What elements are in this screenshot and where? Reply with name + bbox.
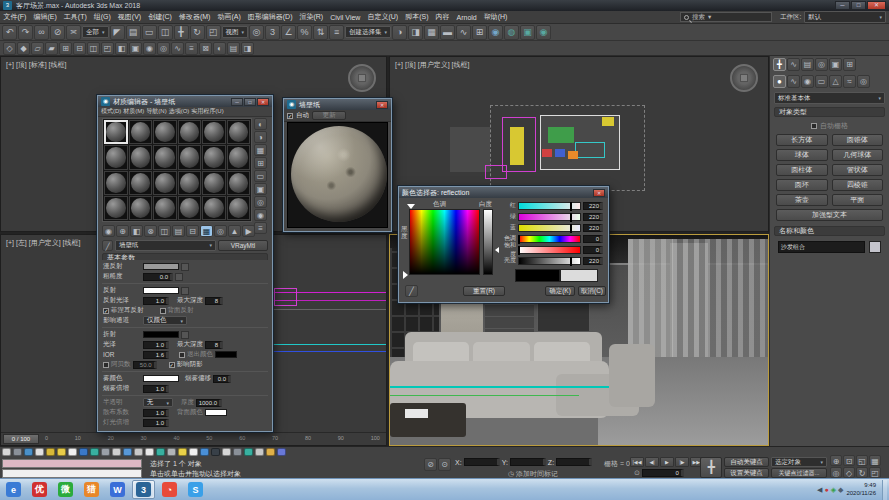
material-sample[interactable]	[104, 145, 128, 169]
object-type-button-4[interactable]: 圆柱体	[776, 164, 828, 176]
taskbar-clock[interactable]: 9:492020/11/26	[846, 482, 879, 496]
toolbar2-icon-10[interactable]: ◉	[143, 42, 156, 55]
object-type-button-textplus[interactable]: 加强型文本	[776, 209, 883, 221]
maxscript-listener-field[interactable]	[2, 469, 142, 478]
mirror-icon[interactable]: ◑	[392, 25, 407, 40]
assign-material-icon[interactable]: ◧	[130, 225, 143, 237]
go-parent-icon[interactable]: ▲	[228, 225, 241, 237]
pick-material-icon[interactable]: ╱	[102, 240, 113, 251]
slider-track[interactable]	[518, 246, 581, 254]
orbit-icon[interactable]: ↻	[856, 467, 868, 478]
reflect-map-button[interactable]	[181, 287, 189, 295]
y-coordinate-field[interactable]	[510, 458, 546, 466]
cat-lights[interactable]: ◉	[801, 75, 814, 88]
slider-marker[interactable]	[518, 246, 520, 255]
schematic-view-icon[interactable]: ⊞	[472, 25, 487, 40]
toolbar2-icon-13[interactable]: ≡	[185, 42, 198, 55]
material-editor-icon[interactable]: ◉	[488, 25, 503, 40]
viewport-label[interactable]: [+] [顶] [标准] [线框]	[6, 60, 66, 70]
ribbon-icon[interactable]: ▬	[440, 25, 455, 40]
named-selection-dropdown[interactable]: 创建选择集▾	[345, 26, 391, 38]
slider-track[interactable]	[518, 202, 581, 210]
slider-marker[interactable]	[570, 257, 572, 266]
viewcube[interactable]	[730, 64, 758, 92]
material-sample[interactable]	[178, 196, 202, 220]
reset-material-icon[interactable]: ⊗	[144, 225, 157, 237]
align-icon[interactable]: ◨	[408, 25, 423, 40]
slider-track[interactable]	[518, 224, 581, 232]
material-sample[interactable]	[129, 196, 153, 220]
slider-value-field[interactable]: 0	[583, 235, 603, 243]
exit-color-checkbox[interactable]	[179, 352, 185, 358]
zoom-icon[interactable]: ⊕	[830, 455, 842, 466]
cat-cameras[interactable]: ▭	[815, 75, 828, 88]
slider-track[interactable]	[518, 257, 581, 265]
plugin-icon-0[interactable]	[2, 448, 11, 456]
close-icon[interactable]: ✕	[257, 98, 269, 106]
background-icon[interactable]: ▦	[254, 144, 267, 156]
tray-green-icon[interactable]: ◈	[831, 486, 836, 494]
eyedropper-icon[interactable]: ╱	[405, 285, 418, 297]
exit-color-swatch[interactable]	[215, 351, 237, 358]
plugin-icon-8[interactable]	[90, 448, 99, 456]
rotate-icon[interactable]: ↻	[190, 25, 205, 40]
maximize-viewport-icon[interactable]: ◰	[869, 467, 881, 478]
use-center-icon[interactable]: ◎	[249, 25, 264, 40]
material-sample[interactable]	[202, 120, 226, 144]
toolbar2-icon-4[interactable]: ⊞	[59, 42, 72, 55]
object-type-button-9[interactable]: 平面	[832, 194, 884, 206]
plugin-icon-1[interactable]	[13, 448, 22, 456]
refract-map-button[interactable]	[181, 331, 189, 339]
menu-item-12[interactable]: 脚本(S)	[402, 11, 432, 23]
minimize-button[interactable]: ─	[835, 1, 850, 10]
menu-item-8[interactable]: 图形编辑器(D)	[244, 11, 296, 23]
plugin-icon-7[interactable]	[79, 448, 88, 456]
generate-preview-icon[interactable]: ▣	[254, 183, 267, 195]
diffuse-map-button[interactable]	[181, 263, 189, 271]
material-sample[interactable]	[104, 171, 128, 195]
fog-bias-field[interactable]: 0.0	[213, 375, 231, 383]
zoom-all-icon[interactable]: ⊡	[843, 455, 855, 466]
select-link-icon[interactable]: ∞	[34, 25, 49, 40]
slider-value-field[interactable]: 0	[583, 246, 603, 254]
cat-helpers[interactable]: △	[829, 75, 842, 88]
material-editor-titlebar[interactable]: ◉ 材质编辑器 - 墙壁纸 ─□✕	[98, 96, 272, 107]
tray-volume-icon[interactable]: ◆	[838, 486, 843, 494]
plugin-icon-16[interactable]	[178, 448, 187, 456]
go-sibling-icon[interactable]: ▶	[242, 225, 255, 237]
undo-icon[interactable]: ↶	[2, 25, 17, 40]
fog-color-swatch[interactable]	[143, 375, 179, 382]
minimize-button[interactable]: ─	[231, 98, 243, 106]
plugin-icon-15[interactable]	[167, 448, 176, 456]
select-by-name-icon[interactable]: ▤	[126, 25, 141, 40]
bind-spacewarp-icon[interactable]: ≍	[66, 25, 81, 40]
material-sample[interactable]	[202, 171, 226, 195]
material-type-button[interactable]: VRayMtl	[218, 240, 268, 251]
close-button[interactable]: ✕	[867, 1, 886, 10]
selection-filter-dropdown[interactable]: 全部▾	[82, 26, 109, 38]
material-sample[interactable]	[227, 196, 251, 220]
hue-cursor[interactable]	[407, 204, 415, 209]
zoom-extents-all-icon[interactable]: ▦	[869, 455, 881, 466]
material-id-icon[interactable]: ⊟	[186, 225, 199, 237]
toolbar2-icon-17[interactable]: ◨	[241, 42, 254, 55]
menu-item-14[interactable]: Arnold	[453, 11, 480, 23]
object-type-button-0[interactable]: 长方体	[776, 134, 828, 146]
toolbar2-icon-16[interactable]: ▤	[227, 42, 240, 55]
tab-modify[interactable]: ∿	[787, 58, 800, 71]
material-sample[interactable]	[104, 196, 128, 220]
x-coordinate-field[interactable]	[464, 458, 500, 466]
object-type-button-3[interactable]: 几何球体	[832, 149, 884, 161]
prev-frame-button[interactable]: ◀|	[645, 457, 659, 467]
affect-channels-dropdown[interactable]: 仅颜色▾	[143, 316, 187, 325]
color-selector-titlebar[interactable]: 颜色选择器: reflection ✕	[399, 187, 608, 198]
select-icon[interactable]: ◤	[110, 25, 125, 40]
blackness-cursor[interactable]	[403, 271, 408, 279]
taskbar-colorful-browser-icon[interactable]: ◔	[158, 480, 181, 499]
plugin-icon-13[interactable]	[145, 448, 154, 456]
move-icon[interactable]: ╋	[174, 25, 189, 40]
play-button[interactable]: ▶	[660, 457, 674, 467]
cat-spacewarps[interactable]: ≈	[843, 75, 856, 88]
menu-item-9[interactable]: 渲染(R)	[296, 11, 327, 23]
ok-button[interactable]: 确定(K)	[545, 286, 575, 296]
